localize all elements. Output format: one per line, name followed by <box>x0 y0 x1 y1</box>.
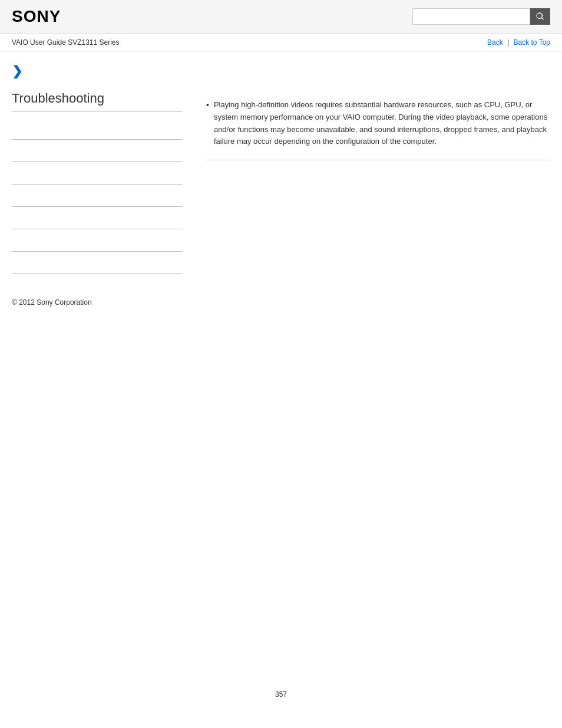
chevron-right-icon: ❯ <box>12 64 183 79</box>
nav-links: Back | Back to Top <box>487 38 550 47</box>
search-icon <box>535 12 545 21</box>
bullet-item: • Playing high-definition videos require… <box>206 99 550 148</box>
bullet-text: Playing high-definition videos requires … <box>214 99 550 148</box>
search-input[interactable] <box>412 8 530 25</box>
bullet-dot: • <box>206 100 209 110</box>
page-number: 357 <box>0 678 562 710</box>
nav-bar: VAIO User Guide SVZ1311 Series Back | Ba… <box>0 34 562 52</box>
list-item[interactable] <box>12 252 183 274</box>
main-content: ❯ Troubleshooting • Playing high-definit… <box>0 52 562 286</box>
search-button[interactable] <box>530 8 550 25</box>
content-section: • Playing high-definition videos require… <box>206 99 550 160</box>
list-item[interactable] <box>12 229 183 252</box>
sidebar-links <box>12 117 183 274</box>
list-item[interactable] <box>12 185 183 207</box>
breadcrumb: VAIO User Guide SVZ1311 Series <box>12 38 120 47</box>
copyright-text: © 2012 Sony Corporation <box>12 298 92 307</box>
sony-logo: SONY <box>12 7 61 26</box>
section-title: Troubleshooting <box>12 91 183 111</box>
content-divider <box>206 160 550 160</box>
nav-separator: | <box>507 38 509 47</box>
back-link[interactable]: Back <box>487 38 503 47</box>
sidebar: ❯ Troubleshooting <box>12 64 194 274</box>
content-area: • Playing high-definition videos require… <box>194 64 550 274</box>
list-item[interactable] <box>12 140 183 162</box>
page-header: SONY <box>0 0 562 34</box>
list-item[interactable] <box>12 117 183 140</box>
footer: © 2012 Sony Corporation <box>0 286 562 318</box>
list-item[interactable] <box>12 207 183 229</box>
back-to-top-link[interactable]: Back to Top <box>514 38 550 47</box>
list-item[interactable] <box>12 162 183 185</box>
search-area <box>412 8 550 25</box>
